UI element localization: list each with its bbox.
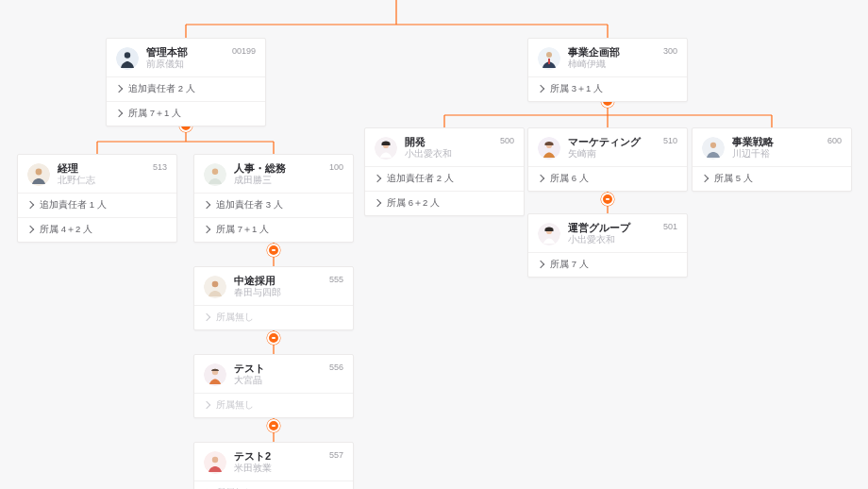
- dept-code: 100: [329, 162, 343, 172]
- no-members-row: 所属無し: [194, 481, 353, 489]
- no-members-row: 所属無し: [194, 393, 353, 417]
- chevron-right-icon: [701, 175, 709, 182]
- dept-name: テスト2: [234, 450, 343, 463]
- svg-rect-21: [548, 59, 550, 64]
- manager-name: 春田与四郎: [234, 287, 343, 298]
- manager-name: 成田勝三: [234, 175, 343, 186]
- chevron-right-icon: [537, 85, 544, 93]
- additional-managers-row[interactable]: 追加責任者 2 人: [365, 166, 524, 191]
- dept-name: 開発: [405, 136, 514, 148]
- org-node-chuto[interactable]: 中途採用 春田与四郎 555 所属無し: [193, 266, 354, 330]
- org-node-marketing[interactable]: マーケティング 矢崎南 510 所属 6 人: [527, 127, 688, 192]
- dept-code: 556: [329, 363, 343, 372]
- avatar-icon: [375, 137, 397, 160]
- dept-code: 300: [663, 46, 677, 56]
- dept-name: 人事・総務: [234, 162, 343, 175]
- chevron-right-icon: [115, 85, 123, 93]
- dept-code: 513: [153, 162, 167, 172]
- org-node-test2[interactable]: テスト2 米田敦業 557 所属無し: [193, 442, 354, 489]
- collapse-toggle[interactable]: [601, 193, 614, 206]
- dept-code: 500: [500, 136, 514, 145]
- dept-code: 555: [329, 275, 343, 284]
- manager-name: 川辺千裕: [732, 148, 842, 160]
- svg-point-31: [212, 457, 218, 463]
- avatar-icon: [538, 47, 560, 70]
- svg-point-23: [36, 168, 42, 175]
- avatar-icon: [538, 137, 560, 160]
- chevron-right-icon: [26, 226, 34, 233]
- avatar-icon: [538, 223, 560, 245]
- org-node-kaihatsu[interactable]: 開発 小出愛衣和 500 追加責任者 2 人 所属 6＋2 人: [364, 127, 525, 216]
- avatar-icon: [116, 47, 139, 70]
- chevron-right-icon: [537, 175, 544, 182]
- members-row[interactable]: 所属 3＋1 人: [528, 76, 687, 101]
- avatar-icon: [702, 137, 725, 160]
- dept-code: 510: [663, 136, 677, 145]
- no-members-row: 所属無し: [194, 305, 353, 329]
- manager-name: 小出愛衣和: [405, 148, 514, 160]
- dept-name: テスト: [234, 363, 343, 375]
- members-row[interactable]: 所属 7 人: [528, 252, 687, 277]
- chevron-right-icon: [374, 175, 381, 182]
- manager-name: 大宮晶: [234, 375, 343, 386]
- chevron-right-icon: [203, 313, 210, 321]
- org-node-jinji[interactable]: 人事・総務 成田勝三 100 追加責任者 3 人 所属 7＋1 人: [193, 154, 354, 243]
- dept-name: 経理: [58, 162, 167, 175]
- avatar-icon: [204, 451, 226, 474]
- manager-name: 米田敦業: [234, 463, 343, 474]
- org-node-unei[interactable]: 運営グループ 小出愛衣和 501 所属 7 人: [527, 213, 688, 278]
- members-row[interactable]: 所属 6 人: [528, 166, 687, 191]
- dept-name: 事業戦略: [732, 136, 842, 148]
- svg-point-37: [710, 142, 716, 147]
- chevron-right-icon: [203, 201, 210, 209]
- org-node-kanri[interactable]: 管理本部 前原儀知 00199 追加責任者 2 人 所属 7＋1 人: [106, 38, 266, 126]
- members-row[interactable]: 所属 5 人: [693, 166, 851, 191]
- additional-managers-row[interactable]: 追加責任者 1 人: [18, 193, 176, 217]
- svg-point-27: [212, 280, 219, 287]
- dept-name: 運営グループ: [568, 222, 677, 234]
- additional-managers-row[interactable]: 追加責任者 2 人: [107, 76, 265, 101]
- chevron-right-icon: [203, 226, 210, 233]
- dept-name: 事業企画部: [568, 46, 677, 59]
- avatar-icon: [204, 163, 226, 186]
- dept-code: 600: [827, 136, 842, 145]
- additional-managers-row[interactable]: 追加責任者 3 人: [194, 193, 353, 217]
- dept-name: 中途採用: [234, 275, 343, 287]
- members-row[interactable]: 所属 7＋1 人: [194, 217, 353, 242]
- members-row[interactable]: 所属 7＋1 人: [107, 101, 265, 126]
- org-node-senryaku[interactable]: 事業戦略 川辺千裕 600 所属 5 人: [692, 127, 852, 192]
- dept-code: 557: [329, 450, 343, 460]
- svg-point-25: [212, 168, 218, 174]
- chevron-right-icon: [115, 110, 123, 117]
- svg-point-20: [546, 52, 552, 58]
- dept-code: 00199: [232, 46, 256, 56]
- org-node-test[interactable]: テスト 大宮晶 556 所属無し: [193, 354, 354, 418]
- chevron-right-icon: [537, 261, 544, 268]
- dept-code: 501: [663, 222, 677, 231]
- org-node-keiri[interactable]: 経理 北野仁志 513 追加責任者 1 人 所属 4＋2 人: [17, 154, 177, 243]
- manager-name: 矢崎南: [568, 148, 677, 160]
- collapse-toggle[interactable]: [267, 244, 280, 257]
- members-row[interactable]: 所属 4＋2 人: [18, 217, 176, 242]
- chevron-right-icon: [374, 199, 381, 207]
- collapse-toggle[interactable]: [267, 419, 280, 432]
- chevron-right-icon: [26, 201, 34, 209]
- collapse-toggle[interactable]: [267, 331, 280, 345]
- manager-name: 前原儀知: [146, 59, 256, 70]
- avatar-icon: [204, 276, 226, 298]
- manager-name: 小出愛衣和: [568, 234, 677, 245]
- chevron-right-icon: [203, 401, 210, 409]
- org-node-jigyo[interactable]: 事業企画部 柿崎伊織 300 所属 3＋1 人: [527, 38, 688, 102]
- svg-point-18: [125, 52, 130, 58]
- avatar-icon: [204, 363, 226, 386]
- members-row[interactable]: 所属 6＋2 人: [365, 191, 524, 215]
- dept-name: マーケティング: [568, 136, 677, 148]
- manager-name: 北野仁志: [58, 175, 167, 186]
- avatar-icon: [27, 163, 50, 186]
- manager-name: 柿崎伊織: [568, 59, 677, 70]
